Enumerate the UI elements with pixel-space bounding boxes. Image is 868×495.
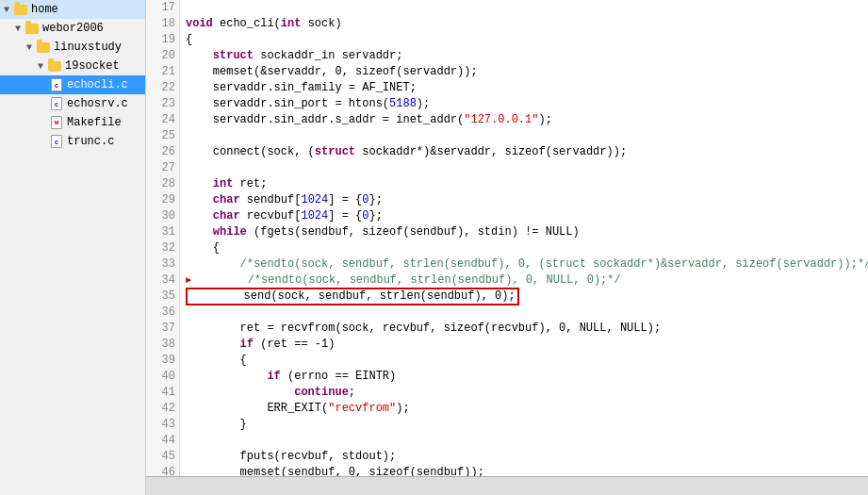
line-text: ret = recvfrom(sock, recvbuf, sizeof(rec… (186, 321, 661, 337)
line-text: struct sockaddr_in servaddr; (186, 48, 402, 64)
line-text: connect(sock, (struct sockaddr*)&servadd… (186, 144, 627, 160)
line-text: while (fgets(sendbuf, sizeof(sendbuf), s… (186, 224, 580, 240)
sidebar-item-linuxstudy[interactable]: ▼ linuxstudy (0, 38, 145, 57)
line-number: 45 (146, 449, 175, 465)
folder-icon (13, 2, 28, 17)
folder-icon (47, 58, 62, 74)
tree-label: home (31, 3, 58, 16)
code-line: memset(&servaddr, 0, sizeof(servaddr)); (186, 64, 868, 80)
code-line: servaddr.sin_addr.s_addr = inet_addr("12… (186, 112, 868, 128)
code-line: /*sendto(sock, sendbuf, strlen(sendbuf),… (186, 256, 868, 272)
line-text: fputs(recvbuf, stdout); (186, 449, 396, 465)
line-text: send(sock, sendbuf, strlen(sendbuf), 0); (186, 288, 519, 305)
line-number: 19 (146, 32, 175, 48)
line-text: int ret; (186, 176, 267, 192)
tree-label: Makefile (67, 116, 122, 129)
tree-label: trunc.c (67, 135, 114, 148)
line-number: 20 (146, 48, 175, 64)
line-text: continue; (186, 385, 355, 401)
status-bar (146, 476, 868, 495)
line-text: /*sendto(sock, sendbuf, strlen(sendbuf),… (186, 256, 868, 272)
sidebar-item-echocli.c[interactable]: cechocli.c (0, 75, 145, 94)
line-number: 29 (146, 192, 175, 208)
line-number: 36 (146, 305, 175, 321)
line-number: 44 (146, 433, 175, 449)
line-text: { (186, 240, 220, 256)
sidebar-item-Makefile[interactable]: MMakefile (0, 113, 145, 132)
sidebar-item-19socket[interactable]: ▼ 19socket (0, 57, 145, 75)
code-line: void echo_cli(int sock) (186, 16, 868, 32)
code-line (186, 0, 868, 16)
line-number: 42 (146, 401, 175, 417)
code-area: 1718192021222324252627282930313233343536… (146, 0, 868, 476)
line-text: char recvbuf[1024] = {0}; (186, 208, 383, 224)
tree-label: echosrv.c (67, 97, 128, 110)
code-line: char sendbuf[1024] = {0}; (186, 192, 868, 208)
tree-arrow: ▼ (38, 61, 47, 72)
tree-arrow: ▼ (15, 24, 25, 34)
line-text: if (errno == EINTR) (186, 369, 396, 385)
code-line: while (fgets(sendbuf, sizeof(sendbuf), s… (186, 224, 868, 240)
code-line: if (errno == EINTR) (186, 369, 868, 385)
code-line: { (186, 32, 868, 48)
code-line: if (ret == -1) (186, 337, 868, 353)
sidebar-item-home[interactable]: ▼ home (0, 0, 145, 19)
file-make-icon: M (49, 115, 64, 130)
debug-arrow-icon: ► (186, 272, 191, 289)
editor: 1718192021222324252627282930313233343536… (146, 0, 868, 495)
file-c-icon: c (49, 134, 64, 149)
tree-label: 19socket (65, 59, 120, 73)
code-content[interactable]: void echo_cli(int sock){ struct sockaddr… (180, 0, 868, 476)
line-text: servaddr.sin_addr.s_addr = inet_addr("12… (186, 112, 552, 128)
sidebar: ▼ home▼ webor2006▼ linuxstudy▼ 19socketc… (0, 0, 146, 495)
folder-icon (36, 40, 51, 55)
line-number: 25 (146, 128, 175, 144)
sidebar-item-echosrv.c[interactable]: cechosrv.c (0, 94, 145, 113)
sidebar-item-trunc.c[interactable]: ctrunc.c (0, 132, 145, 151)
line-number: 39 (146, 353, 175, 369)
code-line: send(sock, sendbuf, strlen(sendbuf), 0); (186, 289, 868, 305)
line-text: } (186, 417, 247, 433)
tree-arrow: ▼ (4, 5, 13, 15)
code-line: ► /*sendto(sock, sendbuf, strlen(sendbuf… (186, 272, 868, 289)
line-number: 24 (146, 112, 175, 128)
code-line: fputs(recvbuf, stdout); (186, 449, 868, 465)
line-text: ERR_EXIT("recvfrom"); (186, 401, 410, 417)
code-line (186, 305, 868, 321)
line-number: 23 (146, 96, 175, 112)
line-number: 35 (146, 289, 175, 305)
line-text: servaddr.sin_family = AF_INET; (186, 80, 417, 96)
line-text: void echo_cli(int sock) (186, 16, 342, 32)
tree-arrow: ▼ (26, 42, 36, 53)
folder-icon (25, 21, 40, 36)
tree-label: webor2006 (42, 22, 104, 35)
line-number: 33 (146, 256, 175, 272)
line-number: 46 (146, 465, 175, 476)
line-number: 27 (146, 160, 175, 176)
line-text: if (ret == -1) (186, 337, 335, 353)
code-line: } (186, 417, 868, 433)
code-line: { (186, 353, 868, 369)
line-text: { (186, 353, 247, 369)
file-c-icon: c (49, 96, 64, 111)
line-number: 41 (146, 385, 175, 401)
line-text: servaddr.sin_port = htons(5188); (186, 96, 430, 112)
code-line: struct sockaddr_in servaddr; (186, 48, 868, 64)
code-line (186, 128, 868, 144)
line-number: 43 (146, 417, 175, 433)
tree-label: echocli.c (67, 78, 128, 91)
line-numbers: 1718192021222324252627282930313233343536… (146, 0, 180, 476)
line-text: /*sendto(sock, sendbuf, strlen(sendbuf),… (193, 272, 621, 289)
line-number: 40 (146, 369, 175, 385)
tree-label: linuxstudy (54, 41, 122, 54)
code-line: char recvbuf[1024] = {0}; (186, 208, 868, 224)
code-line (186, 160, 868, 176)
line-number: 30 (146, 208, 175, 224)
code-line (186, 433, 868, 449)
line-number: 17 (146, 0, 175, 16)
sidebar-item-webor2006[interactable]: ▼ webor2006 (0, 19, 145, 38)
line-number: 21 (146, 64, 175, 80)
line-text: { (186, 32, 192, 48)
line-text: memset(sendbuf, 0, sizeof(sendbuf)); (186, 465, 484, 476)
code-line: servaddr.sin_port = htons(5188); (186, 96, 868, 112)
